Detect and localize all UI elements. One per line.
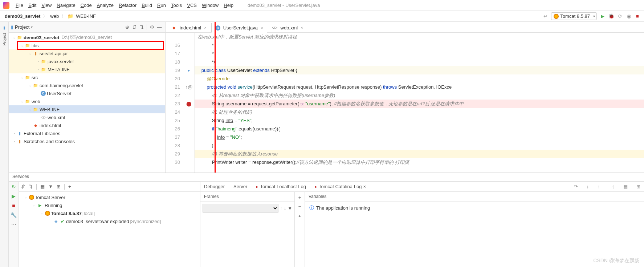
breadcrumb[interactable]: demo03_servlet〉 web〉 📁WEB-INF (4, 13, 97, 20)
step-into-icon[interactable]: ↓ (587, 184, 589, 189)
debug-icon[interactable]: 🐞 (608, 13, 614, 19)
collapse-icon[interactable]: ⇅ (138, 24, 145, 30)
next-frame-icon[interactable]: ↓ (284, 206, 286, 211)
step-out-icon[interactable]: ↑ (598, 184, 600, 189)
services-tool-window: Services ↻ ▶ ■ 🔧 ⋯ ⇵ ⇅ ▦ ▼ ⊞ (9, 173, 644, 267)
tree-ext_libs[interactable]: ›▮ External Libraries (9, 129, 165, 137)
window-title: demo03_servlet - UserServlet.java (248, 3, 320, 8)
left-tool-strip: ▮ Project (0, 22, 9, 267)
step-over-icon[interactable]: ↷ (574, 184, 578, 189)
layout-icon[interactable]: ⊞ (636, 184, 640, 189)
add-watch-icon[interactable]: + (298, 195, 301, 200)
menu-window[interactable]: Window (199, 1, 221, 9)
tree-scratches[interactable]: ›▮ Scratches and Consoles (9, 137, 165, 145)
tab-index-html[interactable]: ◆index.html× (167, 23, 211, 32)
run-config-selector[interactable]: Tomcat 8.5.87 (551, 12, 597, 20)
menu-help[interactable]: Help (221, 1, 236, 9)
thread-selector[interactable] (203, 204, 278, 213)
status-message: The application is running (316, 205, 370, 211)
tree-item-com-haimeng-servlet[interactable]: ⌄📁 com.haimeng.servlet (9, 81, 165, 89)
menu-navigate[interactable]: Navigate (54, 1, 78, 9)
collapse-all-icon[interactable]: ⇅ (29, 184, 33, 189)
expand-icon[interactable]: ⇵ (131, 24, 138, 30)
services-header[interactable]: Services (9, 173, 644, 182)
tab-localhost-log[interactable]: ▸Tomcat Localhost Log (256, 184, 306, 189)
group-icon[interactable]: ▦ (40, 184, 45, 189)
menu-bar: FileEditViewNavigateCodeAnalyzeRefactorB… (0, 0, 644, 11)
menu-run[interactable]: Run (155, 1, 168, 9)
prev-frame-icon[interactable]: ↑ (280, 206, 282, 211)
project-panel-header: ▮ Project ▾ ⊕ ⇵ ⇅ ⚙ — (9, 22, 165, 33)
code-editor[interactable]: 161718192021222324252627282930 ▸↑@⬤ 在web… (166, 33, 644, 173)
close-icon[interactable]: × (301, 25, 303, 30)
locate-icon[interactable]: ⊕ (123, 24, 131, 30)
run-icon[interactable]: ▶ (600, 13, 606, 19)
filter-frames-icon[interactable]: ▼ (288, 206, 292, 211)
rerun-icon[interactable]: ↻ (12, 184, 16, 190)
tree-item-userservlet[interactable]: C UserServlet (9, 89, 165, 97)
back-arrow-icon[interactable]: ↩ (542, 13, 548, 19)
tree-root[interactable]: ⌄📁demo03_servletD:\代码\demo03_servlet (9, 33, 165, 41)
tab-debugger[interactable]: Debugger (204, 184, 225, 189)
tree-item-web[interactable]: ⌄📁 web (9, 97, 165, 105)
menu-analyze[interactable]: Analyze (94, 1, 116, 9)
watermark: CSDN @海梦在飘扬 (593, 258, 640, 264)
svc-running[interactable]: ⌄▶ Running (19, 201, 200, 209)
tab-web-xml[interactable]: </>web.xml× (268, 23, 307, 32)
remove-watch-icon[interactable]: − (298, 204, 301, 209)
filter-icon[interactable]: ▼ (48, 184, 53, 189)
project-view-icon: ▮ (11, 24, 13, 30)
info-icon: ⓘ (309, 205, 314, 211)
svc-tomcat-server[interactable]: ⌄ Tomcat Server (19, 193, 200, 201)
stop-icon[interactable]: ■ (12, 203, 15, 209)
more-icon[interactable]: ⋯ (11, 222, 16, 227)
menu-code[interactable]: Code (78, 1, 94, 9)
tree-item-libs[interactable]: ⌄📁 libs (9, 41, 165, 49)
svc-tomcat-8-5-87[interactable]: ⌄ Tomcat 8.5.87 [local] (19, 209, 200, 217)
tab-UserServlet-java[interactable]: CUserServlet.java× (211, 23, 267, 33)
hide-icon[interactable]: — (156, 24, 163, 30)
project-tree[interactable]: ⌄📁demo03_servletD:\代码\demo03_servlet⌄📁 l… (9, 33, 165, 173)
tree-item-index-html[interactable]: ◆ index.html (9, 121, 165, 129)
services-action-strip: ↻ ▶ ■ 🔧 ⋯ (9, 182, 19, 267)
tree-item-javax-servlet[interactable]: ›📁 javax.servlet (9, 57, 165, 65)
tab-catalina-log[interactable]: ▸Tomcat Catalina Log× (315, 184, 366, 189)
svc-demo03-servlet-war-exploded[interactable]: ◈ ✔demo03_servlet:war exploded [Synchron… (19, 217, 200, 225)
menu-view[interactable]: View (39, 1, 54, 9)
frames-label: Frames (200, 192, 294, 202)
tab-server[interactable]: Server (233, 184, 247, 189)
close-icon[interactable]: × (363, 184, 366, 189)
add-icon[interactable]: + (68, 184, 71, 189)
editor-area: ◆index.html×CUserServlet.java×</>web.xml… (166, 22, 644, 173)
marker-gutter: ▸↑@⬤ (184, 33, 195, 173)
coverage-icon[interactable]: ⟳ (617, 13, 623, 19)
app-logo (3, 2, 9, 9)
tree-item-servlet-api-jar[interactable]: ⌄▮ servlet-api.jar (9, 49, 165, 57)
services-tree[interactable]: ⌄ Tomcat Server⌄▶ Running⌄ Tomcat 8.5.87… (19, 192, 200, 267)
stop-icon[interactable]: ■ (635, 13, 640, 19)
menu-file[interactable]: File (13, 1, 26, 9)
evaluate-icon[interactable]: ▦ (623, 184, 628, 189)
project-tool-label[interactable]: Project (2, 33, 7, 45)
profile-icon[interactable]: ◉ (626, 13, 632, 19)
close-icon[interactable]: × (261, 26, 263, 30)
tree-item-meta-inf[interactable]: ›📁 META-INF (9, 65, 165, 73)
menu-build[interactable]: Build (139, 1, 155, 9)
menu-tools[interactable]: Tools (168, 1, 184, 9)
view-icon[interactable]: ⊞ (57, 184, 61, 189)
menu-refactor[interactable]: Refactor (116, 1, 139, 9)
close-icon[interactable]: × (204, 25, 206, 30)
settings-icon[interactable]: ⚙ (148, 24, 156, 30)
tree-item-src[interactable]: ⌄📁 src (9, 73, 165, 81)
run-to-cursor-icon[interactable]: →| (609, 184, 615, 189)
code-content[interactable]: 在web.xml中，配置Servlet 对应的请求映射路径 * * */ pub… (195, 33, 644, 173)
debug-icon[interactable]: 🔧 (11, 212, 17, 218)
tree-item-web-xml[interactable]: </> web.xml (9, 113, 165, 121)
expand-all-icon[interactable]: ⇵ (21, 184, 25, 189)
tree-item-web-inf[interactable]: ⌄📁 WEB-INF (9, 105, 165, 113)
menu-vcs[interactable]: VCS (184, 1, 199, 9)
project-tool-icon[interactable]: ▮ (3, 25, 5, 30)
run-icon[interactable]: ▶ (12, 193, 16, 199)
up-icon[interactable]: ▴ (298, 213, 301, 218)
menu-edit[interactable]: Edit (26, 1, 39, 9)
